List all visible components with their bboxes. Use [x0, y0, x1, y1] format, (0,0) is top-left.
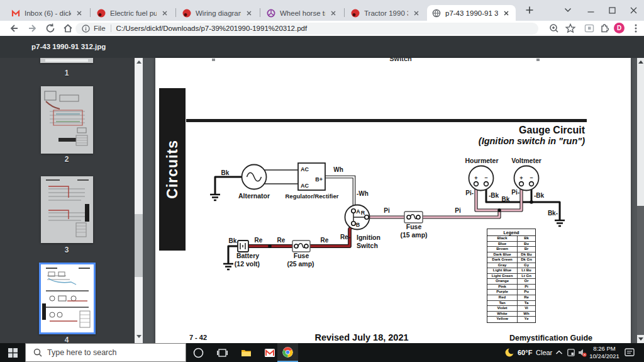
address-bar[interactable]: File C:/Users/dickf/Downloads/p7-39%2019… — [75, 23, 538, 35]
tab-electric-fuel-pump[interactable]: Electric fuel pump inst — [92, 5, 174, 21]
scroll-down-cap[interactable] — [637, 335, 644, 343]
label-re-3: Re — [321, 237, 329, 244]
weather-moon-icon[interactable] — [502, 343, 517, 362]
thumbnail-label: 1 — [57, 69, 76, 77]
pdf-viewport: Switch Circuits Gauge Circuit (Ignition … — [143, 58, 644, 343]
reload-icon[interactable] — [45, 23, 56, 34]
pdf-scrollbar[interactable] — [637, 58, 644, 343]
search-input[interactable] — [47, 348, 160, 357]
weather-temp[interactable]: 60°F — [518, 349, 532, 356]
junction-dot — [497, 208, 501, 212]
cortana-button[interactable] — [186, 343, 210, 362]
pdf-scroll-thumb[interactable] — [637, 66, 644, 206]
footer-page-number: 7 - 42 — [179, 334, 217, 341]
tab-close-icon[interactable] — [329, 9, 338, 18]
label-pi-neg-1: Pi- — [465, 189, 474, 196]
junction-dot — [530, 200, 533, 204]
thumbnail-page-3[interactable] — [41, 176, 93, 243]
label-term-a: A — [356, 208, 360, 215]
search-icon — [33, 348, 42, 357]
clock-date: 10/24/2021 — [587, 353, 622, 360]
tray-expand-chevron-icon[interactable] — [553, 343, 565, 362]
label-pi-1: Pi — [384, 207, 390, 214]
tab-search-chevron-icon[interactable] — [558, 0, 577, 20]
label-neg-bk-1: -Bk — [489, 192, 499, 199]
tray-display-icon[interactable] — [565, 343, 577, 362]
thumbnail-label: 2 — [57, 155, 76, 164]
forum-favicon-icon — [182, 9, 191, 18]
forum-favicon-icon — [351, 9, 360, 18]
task-view-button[interactable] — [210, 343, 234, 362]
new-tab-button[interactable] — [521, 0, 538, 20]
cortana-icon — [193, 348, 204, 358]
scroll-down-icon[interactable] — [136, 335, 142, 338]
tab-wheel-horse[interactable]: Wheel horse tractor - — [262, 5, 343, 21]
window-minimize-button[interactable] — [580, 0, 601, 20]
thumbnail-page-2[interactable] — [41, 86, 93, 154]
pdf-doc-title: p7-43 1990-91 312.jpg — [31, 43, 106, 50]
wheel-favicon-icon — [267, 9, 275, 18]
label-minus: – — [530, 174, 533, 181]
tab-close-icon[interactable] — [502, 9, 511, 18]
label-voltmeter: Voltmeter — [511, 157, 541, 164]
legend-row: WhiteWh — [487, 312, 535, 317]
label-plus: + — [519, 175, 523, 181]
junction-dot — [268, 244, 272, 248]
label-bk-battery: Bk — [229, 237, 237, 244]
scroll-up-cap[interactable] — [637, 58, 644, 66]
tab-close-icon[interactable] — [412, 9, 421, 18]
tab-close-icon[interactable] — [160, 9, 169, 18]
thumbnail-art — [41, 264, 94, 332]
page-info-icon[interactable] — [82, 25, 90, 33]
label-re-1: Re — [255, 237, 263, 244]
notification-center-button[interactable] — [621, 343, 638, 362]
alternator-ac-lines — [264, 170, 298, 184]
tab-title: p7-43 1990-91 312.jp — [445, 9, 498, 17]
browser-navbar: File C:/Users/dickf/Downloads/p7-39%2019… — [0, 21, 644, 36]
tab-close-icon[interactable] — [75, 9, 84, 18]
browser-menu-icon[interactable] — [630, 23, 641, 34]
label-hourmeter: Hourmeter — [465, 157, 498, 164]
label-regulator: Regulator/Rectifier — [286, 193, 339, 200]
label-neg-wh: -Wh — [357, 190, 369, 197]
tab-inbox[interactable]: Inbox (6) - dick.frankli — [6, 5, 89, 21]
forward-icon[interactable] — [27, 23, 38, 34]
legend-row: OrangeOr — [487, 279, 535, 285]
tab-wiring-diagrams[interactable]: Wiring diagrams to he — [177, 5, 258, 21]
legend-row: YellowYe — [487, 317, 535, 322]
home-icon[interactable] — [62, 23, 74, 34]
start-button[interactable] — [0, 343, 25, 362]
back-icon[interactable] — [8, 23, 19, 34]
clock-time: 8:26 PM — [587, 345, 622, 353]
scroll-up-icon[interactable] — [136, 60, 142, 64]
window-close-button[interactable] — [623, 0, 644, 20]
extensions-puzzle-icon[interactable] — [599, 23, 611, 34]
window-maximize-button[interactable] — [601, 0, 623, 20]
file-explorer-button[interactable] — [234, 343, 258, 362]
weather-desc[interactable]: Clear — [536, 349, 552, 356]
thumbnail-art — [41, 86, 93, 154]
legend-row: BrownBr — [487, 247, 535, 252]
label-bk-bus: Bk — [502, 196, 510, 203]
sidebar-scrollbar[interactable] — [135, 58, 143, 343]
zoom-icon[interactable] — [548, 23, 560, 34]
label-fuse15-rating: (15 amp) — [400, 231, 427, 239]
taskbar-search[interactable] — [25, 343, 186, 362]
tab-title: Wiring diagrams to he — [196, 9, 241, 17]
profile-avatar[interactable]: D — [614, 23, 625, 33]
tab-separator — [175, 8, 176, 17]
task-view-icon — [217, 348, 228, 358]
tab-active-pdf[interactable]: p7-43 1990-91 312.jp — [427, 5, 516, 21]
thumbnail-page-4-selected[interactable] — [39, 263, 96, 334]
tab-close-icon[interactable] — [245, 9, 253, 18]
fuse-15a-symbol — [404, 212, 423, 223]
label-bk: Bk — [221, 169, 230, 176]
taskbar-clock[interactable]: 8:26 PM 10/24/2021 — [587, 345, 622, 360]
tab-tractor-1990[interactable]: Tractor 1990 312-8 & — [346, 5, 426, 21]
sidebar-scroll-thumb[interactable] — [135, 214, 143, 277]
thumbnail-page-1[interactable] — [40, 58, 93, 63]
chrome-button[interactable] — [277, 343, 298, 362]
bookmark-star-icon[interactable] — [565, 23, 576, 34]
side-panel-icon[interactable] — [584, 23, 595, 34]
label-bk-ground: Bk- — [548, 210, 558, 217]
